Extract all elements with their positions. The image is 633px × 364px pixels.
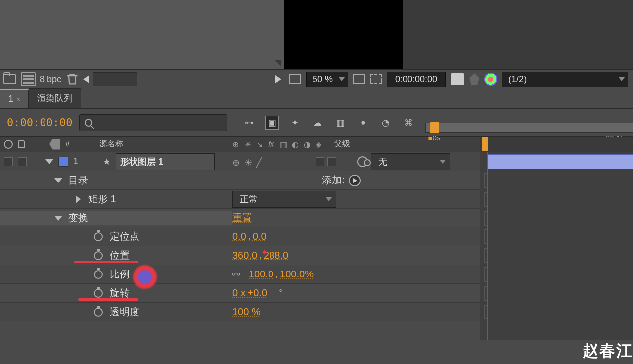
playhead[interactable] xyxy=(430,122,439,133)
annotation-underline xyxy=(74,261,138,263)
layer-timeline-bar[interactable] xyxy=(480,152,633,171)
next-button[interactable] xyxy=(275,75,281,83)
switch[interactable] xyxy=(327,157,336,166)
tab-composition[interactable]: 1 × xyxy=(0,89,29,108)
visibility-toggle[interactable] xyxy=(4,157,13,166)
brainstorm-icon[interactable]: ▥ xyxy=(333,116,347,130)
shy-switch[interactable]: ⊕ xyxy=(232,157,241,166)
position-label: 位置 xyxy=(110,249,130,262)
bpc-label[interactable]: 8 bpc xyxy=(40,74,61,85)
anchor-x-value[interactable]: 0.0 xyxy=(232,231,246,242)
quality-switch[interactable]: ╱ xyxy=(256,157,265,166)
transform-label: 变换 xyxy=(68,211,88,225)
graph-editor-icon[interactable]: ◔ xyxy=(379,116,393,130)
folder-icon[interactable] xyxy=(3,72,17,86)
scale-y-value[interactable]: 100.0% xyxy=(280,269,314,280)
scale-label: 比例 xyxy=(110,268,130,281)
resolution-icon[interactable] xyxy=(353,74,365,84)
collapse-switch[interactable]: ☀ xyxy=(244,157,253,166)
current-timecode[interactable]: 0:00:00:00 xyxy=(0,116,79,129)
scale-row: 比例 ⚯ 100.0 , 100.0% xyxy=(0,265,633,284)
add-shape-button[interactable] xyxy=(349,175,361,186)
shape-group-label: 矩形 1 xyxy=(88,192,116,206)
lock-col-icon[interactable] xyxy=(18,140,25,148)
scale-x-value[interactable]: 100.0 xyxy=(249,269,273,280)
solo-toggle[interactable] xyxy=(18,157,27,166)
panel-resize-handle[interactable] xyxy=(275,60,281,66)
blend-mode-dropdown[interactable]: 正常 xyxy=(232,191,336,208)
switch-icon[interactable]: ◈ xyxy=(316,140,324,149)
work-area-header[interactable] xyxy=(480,136,633,152)
twirl-icon[interactable] xyxy=(76,195,81,203)
comp-mini-flowchart-icon[interactable]: ⊶ xyxy=(242,116,256,130)
roi-icon[interactable] xyxy=(370,74,382,84)
composition-panel xyxy=(284,0,633,69)
layer-name-input[interactable]: 形状图层 1 xyxy=(116,153,215,170)
search-input[interactable] xyxy=(79,114,227,131)
anchor-y-value[interactable]: 0.0 xyxy=(253,231,267,242)
zoom-dropdown[interactable]: 50 % xyxy=(306,72,348,87)
position-y-value[interactable]: 288.0 xyxy=(264,250,288,261)
layer-index: 1 xyxy=(73,156,78,167)
shape-group-row[interactable]: 矩形 1 正常 xyxy=(0,190,633,209)
contents-label: 目录 xyxy=(68,174,88,187)
person-icon[interactable] xyxy=(469,73,479,85)
transform-row[interactable]: 变换 重置 xyxy=(0,209,633,228)
stopwatch-icon[interactable] xyxy=(94,251,103,260)
stopwatch-icon[interactable] xyxy=(94,289,103,298)
layer-color-label[interactable] xyxy=(58,157,68,167)
switch-icon[interactable]: ◑ xyxy=(304,140,313,149)
contents-row[interactable]: 目录 添加: xyxy=(0,171,633,190)
snapshot-icon[interactable] xyxy=(451,73,464,85)
empty-row xyxy=(0,321,633,340)
new-comp-icon[interactable] xyxy=(21,72,36,86)
constrain-proportions-icon[interactable]: ⚯ xyxy=(232,269,240,280)
opacity-value[interactable]: 100 % xyxy=(232,306,261,318)
view-fraction-dropdown[interactable]: (1/2) xyxy=(502,72,628,87)
motion-blur-icon[interactable]: ☁ xyxy=(311,116,324,130)
fx-col-icon[interactable]: fx xyxy=(268,140,277,149)
watermark-text: 赵春江 xyxy=(583,340,633,362)
channels-icon[interactable] xyxy=(484,73,497,86)
layer-row[interactable]: 1 ★ 形状图层 1 ⊕ ☀ ╱ 无 xyxy=(0,152,633,171)
source-name-col[interactable]: 源名称 xyxy=(99,139,123,149)
close-icon[interactable]: × xyxy=(16,95,20,103)
grid-icon[interactable] xyxy=(289,74,301,84)
flowchart-nav[interactable] xyxy=(93,72,137,86)
keyframe-diamond-icon: ◆ xyxy=(262,248,267,255)
twirl-icon[interactable] xyxy=(54,216,62,221)
draft3d-icon[interactable]: ▣ xyxy=(265,116,279,130)
project-panel xyxy=(0,0,284,69)
switch-icon[interactable]: ↘ xyxy=(256,140,265,149)
switch[interactable] xyxy=(316,157,324,166)
stopwatch-icon[interactable] xyxy=(94,308,103,317)
switch-icon[interactable]: ⊕ xyxy=(232,140,241,149)
rotation-turns-value[interactable]: 0 x xyxy=(232,287,246,299)
switch-icon[interactable]: ▥ xyxy=(280,140,289,149)
label-col-icon[interactable] xyxy=(49,139,60,150)
auto-keyframe-icon[interactable]: ● xyxy=(356,116,370,130)
preview-panels xyxy=(0,0,633,69)
parent-dropdown[interactable]: 无 xyxy=(371,153,450,170)
parent-col[interactable]: 父级 xyxy=(334,139,350,149)
timeline-header: 0:00:00:00 ⊶ ▣ ✦ ☁ ▥ ● ◔ ⌘ ■0s 00:15s xyxy=(0,109,633,136)
stopwatch-icon[interactable] xyxy=(94,270,103,279)
reset-link[interactable]: 重置 xyxy=(232,211,252,225)
layer-twirl-icon[interactable] xyxy=(45,159,53,164)
composition-preview[interactable] xyxy=(284,0,403,69)
frame-blend-icon[interactable]: ✦ xyxy=(288,116,302,130)
tab-render-queue[interactable]: 渲染队列 xyxy=(29,88,81,108)
position-x-value[interactable]: 360.0 xyxy=(232,250,257,261)
rotation-deg-value[interactable]: +0.0 xyxy=(248,287,267,299)
switch-icon[interactable]: ☀ xyxy=(244,140,253,149)
shy-toggle-icon[interactable]: ⌘ xyxy=(402,116,415,130)
switch-icon[interactable]: ◐ xyxy=(292,140,301,149)
viewer-timecode[interactable]: 0:00:00:00 xyxy=(387,72,446,87)
visibility-col-icon[interactable] xyxy=(4,140,13,149)
trash-icon[interactable] xyxy=(65,72,79,86)
prev-button[interactable] xyxy=(83,75,89,83)
pickwhip-icon[interactable] xyxy=(357,156,368,167)
chevron-down-icon xyxy=(440,160,446,164)
twirl-icon[interactable] xyxy=(54,178,62,183)
stopwatch-icon[interactable] xyxy=(94,232,103,241)
